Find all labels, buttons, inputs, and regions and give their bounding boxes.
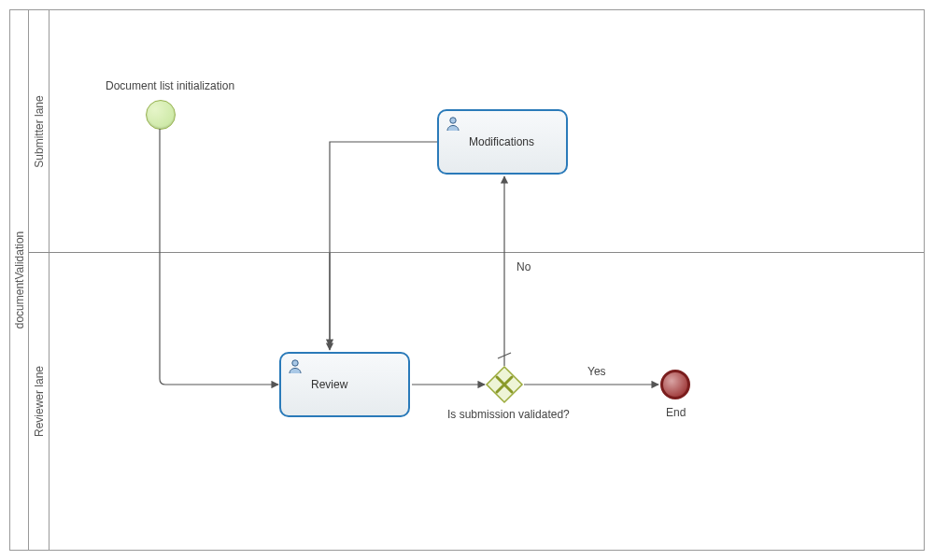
end-event[interactable] xyxy=(660,370,690,399)
pool-document-validation: documentValidation Submitter lane Docume… xyxy=(9,9,925,551)
flow-yes-label: Yes xyxy=(587,365,606,378)
lane-header-reviewer: Reviewer lane xyxy=(29,253,50,550)
lanes-container: Submitter lane Document list initializat… xyxy=(29,10,924,550)
lane-label-reviewer: Reviewer lane xyxy=(33,366,46,437)
end-event-label: End xyxy=(666,406,686,419)
lane-header-submitter: Submitter lane xyxy=(29,10,50,252)
pool-label: documentValidation xyxy=(13,231,26,329)
lane-reviewer: Reviewer lane xyxy=(29,253,924,550)
lane-body-reviewer: Review Is subm xyxy=(50,253,924,550)
lane-label-submitter: Submitter lane xyxy=(33,95,46,167)
pool-header: documentValidation xyxy=(10,10,29,550)
